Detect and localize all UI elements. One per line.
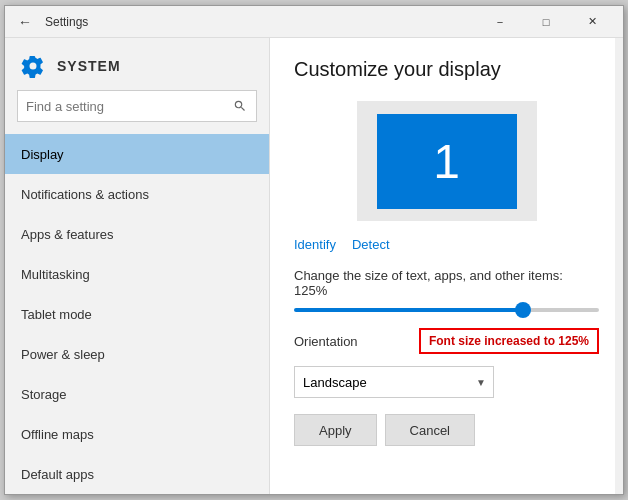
orientation-label: Orientation	[294, 334, 403, 349]
close-button[interactable]: ✕	[569, 6, 615, 38]
detect-button[interactable]: Detect	[352, 237, 390, 252]
orientation-select-wrapper[interactable]: Landscape Portrait Landscape (flipped) P…	[294, 366, 494, 398]
sidebar-item-multitasking[interactable]: Multitasking	[5, 254, 269, 294]
scroll-indicator[interactable]	[615, 38, 623, 494]
title-bar: ← Settings − □ ✕	[5, 6, 623, 38]
search-button[interactable]	[224, 90, 256, 122]
settings-window: ← Settings − □ ✕ SYSTEM	[4, 5, 624, 495]
sidebar-item-power[interactable]: Power & sleep	[5, 334, 269, 374]
display-preview: 1	[357, 101, 537, 221]
search-input[interactable]	[18, 99, 224, 114]
scale-slider[interactable]	[294, 308, 599, 312]
sidebar-header: SYSTEM	[5, 38, 269, 90]
sidebar-item-default[interactable]: Default apps	[5, 454, 269, 494]
sidebar-item-tablet[interactable]: Tablet mode	[5, 294, 269, 334]
apply-button[interactable]: Apply	[294, 414, 377, 446]
maximize-button[interactable]: □	[523, 6, 569, 38]
sidebar: SYSTEM Display Notifications & actions A…	[5, 38, 270, 494]
action-buttons: Apply Cancel	[294, 414, 599, 446]
slider-thumb[interactable]	[515, 302, 531, 318]
cancel-button[interactable]: Cancel	[385, 414, 475, 446]
identify-detect-row: Identify Detect	[294, 237, 599, 252]
sidebar-item-display[interactable]: Display	[5, 134, 269, 174]
page-title: Customize your display	[294, 58, 599, 81]
main-content: Customize your display 1 Identify Detect…	[270, 38, 623, 494]
content-area: SYSTEM Display Notifications & actions A…	[5, 38, 623, 494]
scale-label: Change the size of text, apps, and other…	[294, 268, 599, 298]
sidebar-item-apps[interactable]: Apps & features	[5, 214, 269, 254]
minimize-button[interactable]: −	[477, 6, 523, 38]
sidebar-item-notifications[interactable]: Notifications & actions	[5, 174, 269, 214]
title-bar-controls: − □ ✕	[477, 6, 615, 38]
sidebar-item-storage[interactable]: Storage	[5, 374, 269, 414]
font-size-notice: Font size increased to 125%	[419, 328, 599, 354]
monitor-box: 1	[377, 114, 517, 209]
orientation-row: Orientation Font size increased to 125%	[294, 328, 599, 354]
identify-button[interactable]: Identify	[294, 237, 336, 252]
back-button[interactable]: ←	[13, 10, 37, 34]
display-number: 1	[433, 134, 460, 189]
gear-icon	[21, 54, 45, 78]
sidebar-item-offline[interactable]: Offline maps	[5, 414, 269, 454]
window-title: Settings	[45, 15, 88, 29]
search-box[interactable]	[17, 90, 257, 122]
slider-container[interactable]	[294, 308, 599, 312]
system-title: SYSTEM	[57, 58, 121, 74]
title-bar-left: ← Settings	[13, 10, 477, 34]
sidebar-nav: Display Notifications & actions Apps & f…	[5, 134, 269, 494]
orientation-select[interactable]: Landscape Portrait Landscape (flipped) P…	[294, 366, 494, 398]
